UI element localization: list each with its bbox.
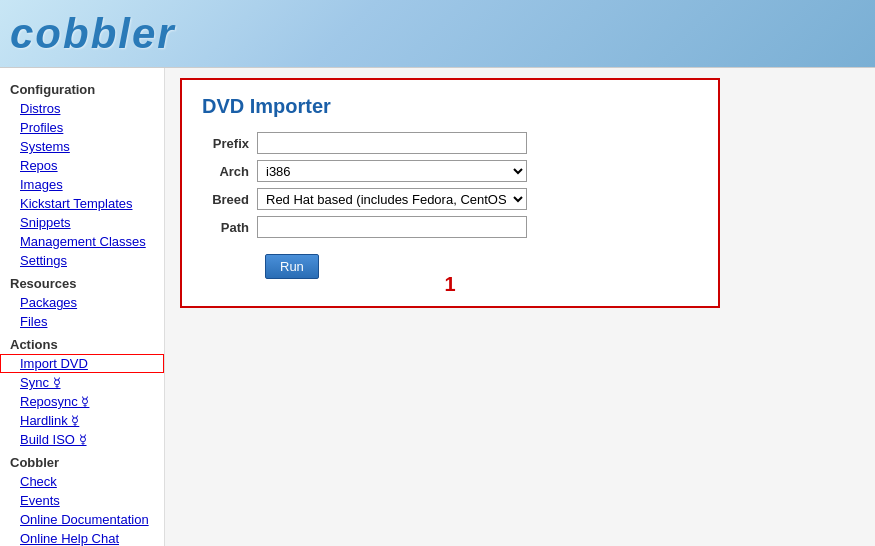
sidebar-item-events[interactable]: Events: [0, 491, 164, 510]
sidebar-section-actions: Actions: [0, 331, 164, 354]
sidebar-item-online-help-chat[interactable]: Online Help Chat: [0, 529, 164, 546]
sidebar-section-resources: Resources: [0, 270, 164, 293]
sidebar-item-settings[interactable]: Settings: [0, 251, 164, 270]
breed-select[interactable]: Red Hat based (includes Fedora, CentOS, …: [257, 188, 527, 210]
sidebar-section-configuration: Configuration: [0, 76, 164, 99]
sidebar-item-kickstart-templates[interactable]: Kickstart Templates: [0, 194, 164, 213]
sidebar-item-repos[interactable]: Repos: [0, 156, 164, 175]
breed-label: Breed: [202, 192, 257, 207]
dvd-importer-title: DVD Importer: [202, 95, 698, 118]
sidebar-item-management-classes[interactable]: Management Classes: [0, 232, 164, 251]
sidebar-item-distros[interactable]: Distros: [0, 99, 164, 118]
path-row: Path: [202, 216, 698, 238]
sidebar-item-build-iso[interactable]: Build ISO ☿: [0, 430, 164, 449]
sidebar: Configuration Distros Profiles Systems R…: [0, 68, 165, 546]
prefix-row: Prefix: [202, 132, 698, 154]
prefix-input[interactable]: [257, 132, 527, 154]
main-layout: Configuration Distros Profiles Systems R…: [0, 68, 875, 546]
sidebar-item-online-documentation[interactable]: Online Documentation: [0, 510, 164, 529]
logo: cobbler: [10, 10, 176, 58]
dvd-importer-box: DVD Importer Prefix Arch i386 x86_64 ia6…: [180, 78, 720, 308]
sidebar-item-hardlink[interactable]: Hardlink ☿: [0, 411, 164, 430]
arch-row: Arch i386 x86_64 ia64 ppc ppc64 s390 arm: [202, 160, 698, 182]
header: cobbler: [0, 0, 875, 68]
sidebar-item-packages[interactable]: Packages: [0, 293, 164, 312]
sidebar-item-files[interactable]: Files: [0, 312, 164, 331]
sidebar-item-reposync[interactable]: Reposync ☿: [0, 392, 164, 411]
path-label: Path: [202, 220, 257, 235]
run-button[interactable]: Run: [265, 254, 319, 279]
arch-label: Arch: [202, 164, 257, 179]
sidebar-item-images[interactable]: Images: [0, 175, 164, 194]
prefix-label: Prefix: [202, 136, 257, 151]
path-input[interactable]: [257, 216, 527, 238]
arch-select[interactable]: i386 x86_64 ia64 ppc ppc64 s390 arm: [257, 160, 527, 182]
sidebar-item-systems[interactable]: Systems: [0, 137, 164, 156]
sidebar-item-snippets[interactable]: Snippets: [0, 213, 164, 232]
sidebar-item-sync[interactable]: Sync ☿: [0, 373, 164, 392]
sidebar-section-cobbler: Cobbler: [0, 449, 164, 472]
sidebar-item-import-dvd[interactable]: Import DVD: [0, 354, 164, 373]
sidebar-item-check[interactable]: Check: [0, 472, 164, 491]
breed-row: Breed Red Hat based (includes Fedora, Ce…: [202, 188, 698, 210]
watermark: 1: [444, 273, 455, 296]
sidebar-item-profiles[interactable]: Profiles: [0, 118, 164, 137]
content-area: DVD Importer Prefix Arch i386 x86_64 ia6…: [165, 68, 875, 546]
